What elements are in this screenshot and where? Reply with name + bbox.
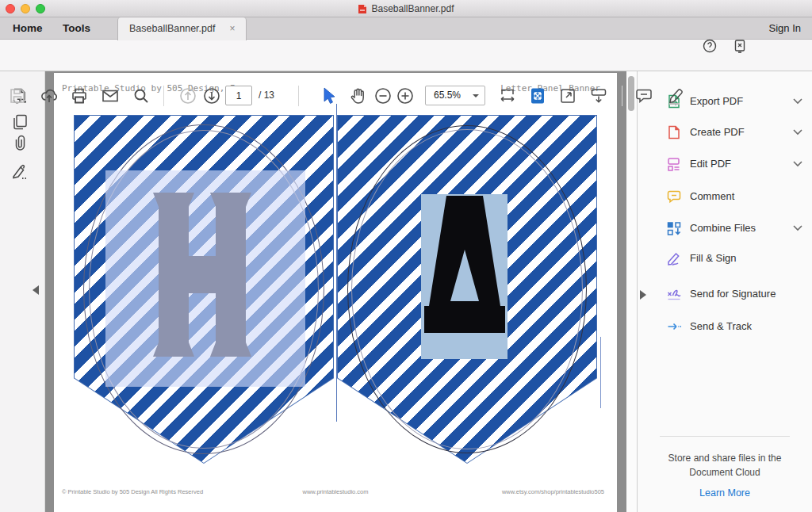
selection-overlay xyxy=(105,170,305,387)
tool-label: Comment xyxy=(690,186,734,207)
reading-mode-icon[interactable] xyxy=(589,86,608,105)
document-pane[interactable]: Printable Studio by 505 Design, Inc Lett… xyxy=(45,71,637,512)
zoom-out-icon[interactable] xyxy=(373,86,393,105)
attachments-icon[interactable] xyxy=(10,134,29,153)
send-track-icon xyxy=(666,319,682,334)
acrobat-window: { "window": { "title": "BaseballBanner.p… xyxy=(0,0,812,512)
chevron-down-icon[interactable] xyxy=(793,98,802,105)
zoom-level-dropdown[interactable]: 65.5% xyxy=(425,86,485,105)
page-number-input[interactable] xyxy=(225,86,252,105)
page-total-label: / 13 xyxy=(259,86,274,105)
fit-page-icon[interactable] xyxy=(528,86,547,105)
print-icon[interactable] xyxy=(70,86,89,105)
email-icon[interactable] xyxy=(101,86,120,105)
page-footer: © Printable Studio by 505 Design All Rig… xyxy=(54,488,617,498)
tool-send-track[interactable]: Send & Track xyxy=(660,316,802,337)
chevron-down-icon[interactable] xyxy=(793,161,802,167)
left-panel-rail xyxy=(0,71,45,512)
document-tab[interactable]: BaseballBanner.pdf × xyxy=(117,17,247,40)
zoom-level-value: 65.5% xyxy=(434,86,461,105)
tool-fill-sign[interactable]: Fill & Sign xyxy=(660,248,802,269)
toolbar-divider xyxy=(298,86,299,106)
hand-tool-icon[interactable] xyxy=(349,86,368,105)
tool-send-for-signature[interactable]: Send for Signature xyxy=(660,284,802,304)
tab-bar: Home Tools BaseballBanner.pdf × Sign In xyxy=(0,17,812,40)
pdf-file-icon xyxy=(358,4,367,14)
tool-label: Fill & Sign xyxy=(690,248,737,269)
tool-label: Send for Signature xyxy=(690,284,776,304)
fullscreen-icon[interactable] xyxy=(558,86,577,105)
document-cloud-promo-line2: Document Cloud xyxy=(638,467,812,478)
page-footer-etsy: www.etsy.com/shop/printablestudio505 xyxy=(502,488,604,495)
mobile-device-icon[interactable] xyxy=(733,39,747,53)
letter-a-glyph xyxy=(424,196,505,333)
collapse-right-panel-icon[interactable] xyxy=(640,290,646,300)
tool-comment[interactable]: Comment xyxy=(660,186,802,207)
tool-label: Send & Track xyxy=(690,316,752,337)
select-cursor-icon[interactable] xyxy=(319,86,338,105)
search-icon[interactable] xyxy=(132,86,151,105)
next-page-icon[interactable] xyxy=(202,86,221,105)
comment-icon xyxy=(666,189,682,204)
tool-label: Export PDF xyxy=(690,91,743,112)
tool-create-pdf[interactable]: Create PDF xyxy=(660,122,802,143)
zoom-in-icon[interactable] xyxy=(396,86,415,105)
tools-menu[interactable]: Tools xyxy=(63,17,90,40)
signatures-icon[interactable] xyxy=(10,162,29,181)
pdf-page[interactable]: Printable Studio by 505 Design, Inc Lett… xyxy=(54,73,617,512)
tools-panel: Export PDF Create PDF Edit PDF Comment C… xyxy=(637,71,812,512)
toolbar-divider xyxy=(622,86,622,106)
panel-divider xyxy=(660,436,790,437)
learn-more-link[interactable]: Learn More xyxy=(638,487,812,499)
edit-pdf-icon xyxy=(666,156,682,172)
banner-panel-a[interactable]: A xyxy=(337,115,597,464)
fill-sign-icon xyxy=(666,250,682,266)
chevron-down-icon xyxy=(473,94,479,97)
window-title-text: BaseballBanner.pdf xyxy=(371,3,454,14)
tab-close-icon[interactable]: × xyxy=(227,23,238,34)
save-icon[interactable] xyxy=(8,86,27,105)
fit-width-icon[interactable] xyxy=(498,86,517,105)
chevron-down-icon[interactable] xyxy=(793,225,802,231)
toolbar-divider xyxy=(163,86,164,106)
create-pdf-icon xyxy=(666,124,682,140)
tool-label: Combine Files xyxy=(690,218,756,239)
tool-combine-files[interactable]: Combine Files xyxy=(660,218,802,239)
previous-page-icon[interactable] xyxy=(178,86,197,105)
scrollbar-thumb[interactable] xyxy=(628,76,634,111)
home-menu[interactable]: Home xyxy=(13,17,43,40)
sign-in-button[interactable]: Sign In xyxy=(769,17,801,40)
share-upload-icon[interactable] xyxy=(40,86,59,105)
highlighter-icon[interactable] xyxy=(666,86,685,105)
fold-guide-line xyxy=(336,104,337,422)
page-thumbnails-icon[interactable] xyxy=(10,113,29,132)
tool-edit-pdf[interactable]: Edit PDF xyxy=(660,154,802,174)
collapse-left-panel-icon[interactable] xyxy=(33,285,39,295)
main-toolbar: / 13 65.5% xyxy=(0,40,812,71)
chevron-down-icon[interactable] xyxy=(793,129,802,136)
help-icon[interactable] xyxy=(703,39,717,53)
banner-panel-h[interactable]: H xyxy=(74,115,334,464)
send-for-signature-icon xyxy=(666,286,682,302)
window-title: BaseballBanner.pdf xyxy=(0,0,812,17)
tool-label: Create PDF xyxy=(690,122,745,143)
comment-bubble-icon[interactable] xyxy=(634,86,653,105)
document-tab-label: BaseballBanner.pdf xyxy=(129,17,215,40)
titlebar: BaseballBanner.pdf xyxy=(0,0,812,17)
cut-guide-mark xyxy=(600,337,601,408)
document-cloud-promo-line1: Store and share files in the xyxy=(638,453,812,464)
tool-label: Edit PDF xyxy=(690,154,731,174)
vertical-scrollbar[interactable] xyxy=(626,71,637,512)
combine-files-icon xyxy=(666,220,682,236)
